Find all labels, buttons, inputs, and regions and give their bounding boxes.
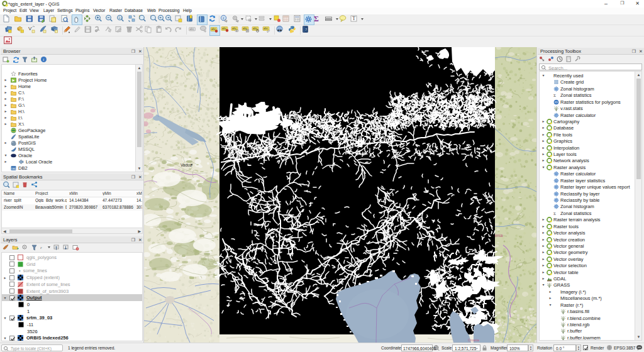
svg-text:i: i (223, 16, 224, 20)
svg-text:T: T (352, 16, 355, 21)
svg-text:V: V (28, 26, 32, 31)
svg-text:Vaduz: Vaduz (180, 163, 192, 167)
svg-text:i: i (43, 57, 44, 62)
svg-text:Σ: Σ (553, 211, 556, 216)
svg-text:Σ: Σ (314, 14, 319, 23)
svg-text:Croatia: Croatia (468, 338, 480, 342)
svg-text:abc: abc (190, 28, 195, 31)
svg-text:DB2: DB2 (11, 167, 16, 170)
svg-text:?: ? (305, 27, 307, 32)
svg-text:enia: enia (495, 233, 503, 238)
svg-text:ε: ε (40, 245, 42, 250)
svg-text:Σ: Σ (553, 93, 556, 98)
svg-text:1:1: 1:1 (118, 16, 123, 19)
svg-text:abc: abc (264, 27, 269, 30)
